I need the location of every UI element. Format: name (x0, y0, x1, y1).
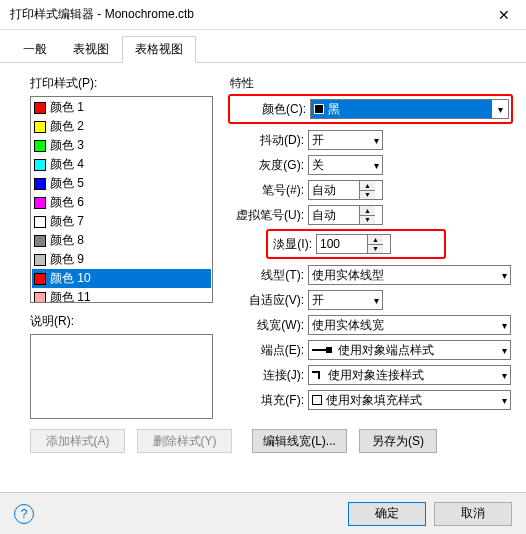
help-icon[interactable]: ? (14, 504, 34, 524)
spin-buttons[interactable]: ▲▼ (367, 235, 383, 253)
description-label: 说明(R): (30, 313, 220, 330)
list-item-label: 颜色 3 (50, 137, 84, 154)
plot-styles-label: 打印样式(P): (30, 75, 220, 92)
dialog-footer: ? 确定 取消 (0, 492, 526, 534)
close-button[interactable]: ✕ (481, 0, 526, 30)
delete-style-button: 删除样式(Y) (137, 429, 232, 453)
gray-value: 关 (312, 157, 324, 174)
gray-select[interactable]: 关▾ (308, 155, 383, 175)
color-swatch-icon (34, 292, 46, 304)
color-swatch-icon (34, 273, 46, 285)
color-swatch-icon (34, 178, 46, 190)
edit-lineweights-button[interactable]: 编辑线宽(L)... (252, 429, 347, 453)
lweight-select[interactable]: 使用实体线宽▾ (308, 315, 511, 335)
list-item[interactable]: 颜色 7 (32, 212, 211, 231)
color-swatch-icon (34, 197, 46, 209)
spin-buttons[interactable]: ▲▼ (359, 206, 375, 224)
list-item[interactable]: 颜色 5 (32, 174, 211, 193)
fill-label: 填充(F): (230, 392, 308, 409)
chevron-down-icon: ▾ (374, 160, 379, 171)
fill-value: 使用对象填充样式 (326, 392, 422, 409)
vpen-value[interactable] (309, 208, 359, 222)
color-swatch-icon (34, 235, 46, 247)
list-item-label: 颜色 7 (50, 213, 84, 230)
list-item[interactable]: 颜色 1 (32, 98, 211, 117)
join-label: 连接(J): (230, 367, 308, 384)
save-as-button[interactable]: 另存为(S) (359, 429, 437, 453)
join-select[interactable]: 使用对象连接样式▾ (308, 365, 511, 385)
vpen-label: 虚拟笔号(U): (230, 207, 308, 224)
pen-label: 笔号(#): (230, 182, 308, 199)
adapt-value: 开 (312, 292, 324, 309)
chevron-down-icon: ▾ (374, 135, 379, 146)
spin-buttons[interactable]: ▲▼ (359, 181, 375, 199)
pen-spinner[interactable]: ▲▼ (308, 180, 383, 200)
vpen-spinner[interactable]: ▲▼ (308, 205, 383, 225)
ltype-value: 使用实体线型 (312, 267, 384, 284)
chevron-down-icon: ▾ (502, 370, 507, 381)
join-icon (312, 369, 324, 381)
chevron-down-icon: ▾ (374, 295, 379, 306)
chevron-down-icon: ▾ (502, 345, 507, 356)
ltype-label: 线型(T): (230, 267, 308, 284)
endpoint-icon (312, 347, 334, 353)
ltype-select[interactable]: 使用实体线型▾ (308, 265, 511, 285)
ok-button[interactable]: 确定 (348, 502, 426, 526)
tab-formview[interactable]: 表格视图 (122, 36, 196, 63)
title-bar: 打印样式编辑器 - Monochrome.ctb ✕ (0, 0, 526, 30)
list-item-label: 颜色 10 (50, 270, 91, 287)
screen-label: 淡显(I): (270, 236, 316, 253)
list-item-label: 颜色 8 (50, 232, 84, 249)
fill-select[interactable]: 使用对象填充样式▾ (308, 390, 511, 410)
list-item-label: 颜色 11 (50, 289, 91, 303)
add-style-button: 添加样式(A) (30, 429, 125, 453)
screen-spinner[interactable]: ▲▼ (316, 234, 391, 254)
tab-strip: 一般 表视图 表格视图 (0, 30, 526, 63)
screen-value[interactable] (317, 237, 367, 251)
list-item-label: 颜色 2 (50, 118, 84, 135)
tab-general[interactable]: 一般 (10, 36, 60, 63)
fill-icon (312, 395, 322, 405)
color-swatch-icon (34, 254, 46, 266)
list-item[interactable]: 颜色 10 (32, 269, 211, 288)
list-item-label: 颜色 1 (50, 99, 84, 116)
color-swatch-icon (34, 159, 46, 171)
color-swatch-icon (34, 121, 46, 133)
list-item-label: 颜色 4 (50, 156, 84, 173)
end-select[interactable]: 使用对象端点样式▾ (308, 340, 511, 360)
list-item[interactable]: 颜色 2 (32, 117, 211, 136)
pen-value[interactable] (309, 183, 359, 197)
list-item[interactable]: 颜色 9 (32, 250, 211, 269)
lweight-value: 使用实体线宽 (312, 317, 384, 334)
cancel-button[interactable]: 取消 (434, 502, 512, 526)
list-item[interactable]: 颜色 3 (32, 136, 211, 155)
tab-tableview[interactable]: 表视图 (60, 36, 122, 63)
color-select[interactable]: 黑 ▾ (310, 99, 509, 119)
color-swatch-icon (34, 102, 46, 114)
gray-label: 灰度(G): (230, 157, 308, 174)
list-item[interactable]: 颜色 11 (32, 288, 211, 303)
join-value: 使用对象连接样式 (328, 367, 424, 384)
dither-value: 开 (312, 132, 324, 149)
chevron-down-icon: ▾ (502, 320, 507, 331)
window-title: 打印样式编辑器 - Monochrome.ctb (10, 6, 481, 23)
chevron-down-icon: ▾ (502, 270, 507, 281)
adapt-label: 自适应(V): (230, 292, 308, 309)
end-value: 使用对象端点样式 (338, 342, 434, 359)
list-item[interactable]: 颜色 6 (32, 193, 211, 212)
color-swatch-icon (34, 216, 46, 228)
color-label: 颜色(C): (232, 101, 310, 118)
chevron-down-icon: ▾ (492, 100, 508, 118)
color-value: 黑 (328, 101, 340, 118)
dither-label: 抖动(D): (230, 132, 308, 149)
plot-styles-listbox[interactable]: 颜色 1颜色 2颜色 3颜色 4颜色 5颜色 6颜色 7颜色 8颜色 9颜色 1… (30, 96, 213, 303)
dither-select[interactable]: 开▾ (308, 130, 383, 150)
color-swatch-icon (34, 140, 46, 152)
list-item[interactable]: 颜色 4 (32, 155, 211, 174)
chevron-down-icon: ▾ (502, 395, 507, 406)
list-item-label: 颜色 6 (50, 194, 84, 211)
list-item[interactable]: 颜色 8 (32, 231, 211, 250)
properties-label: 特性 (230, 75, 511, 92)
adapt-select[interactable]: 开▾ (308, 290, 383, 310)
description-textarea[interactable] (30, 334, 213, 419)
